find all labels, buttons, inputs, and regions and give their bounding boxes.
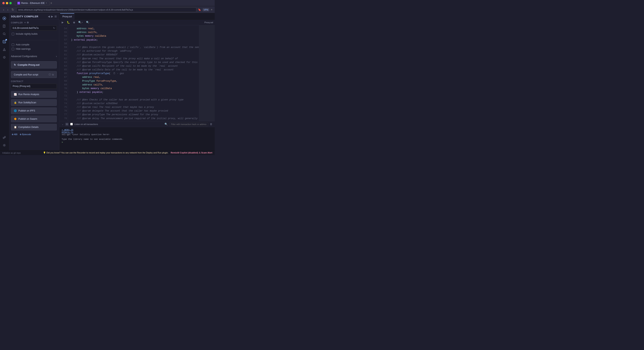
terminal-prompt: > xyxy=(62,141,63,143)
compilation-details-icon: 📋 xyxy=(14,126,17,128)
zoom-in-icon[interactable]: 🔍+ xyxy=(78,20,84,24)
nav-icons: 🔖 VPN ≡ xyxy=(198,8,212,11)
refresh-btn[interactable]: ↻ xyxy=(11,7,15,12)
code-line-65: /// @param callData Data of the call to … xyxy=(71,68,196,72)
contract-select[interactable]: Proxy (Proxy.sol) xyxy=(11,84,57,89)
activity-home[interactable] xyxy=(1,15,8,22)
compile-run-btn[interactable]: Compile and Run script ⓘ ⧉ xyxy=(11,71,57,78)
svg-point-6 xyxy=(3,33,5,35)
compiler-add-icon[interactable]: + xyxy=(24,21,26,24)
activity-deploy[interactable] xyxy=(1,46,8,53)
search-terminal-icon[interactable]: 🔍 xyxy=(164,123,168,126)
terminal-line-web3js[interactable]: • WEB3.JS xyxy=(62,129,212,131)
terminal-line-ethersjs[interactable]: ethers.js xyxy=(62,131,212,133)
compiler-section: COMPILER + ⚙ 0.8.26+commit.8a97fa7a ↻ In… xyxy=(8,20,59,38)
tab-label: Remix - Ethereum IDE xyxy=(21,2,45,4)
advanced-config-label: Advanced Configurations xyxy=(11,55,37,58)
compile-btn-wrapper: ↻ Compile Proxy.sol 1 ◀ 2 xyxy=(8,60,59,70)
compile-run-wrapper: Compile and Run script ⓘ ⧉ xyxy=(8,70,59,79)
compilation-details-btn[interactable]: 📋 Compilation Details xyxy=(11,124,57,130)
abi-link[interactable]: ⊕ ABI xyxy=(12,133,17,136)
auto-compile-checkbox[interactable] xyxy=(12,43,14,46)
code-line-74: /// @custom:selector e26d38ed xyxy=(71,102,196,105)
editor-tab-proxy[interactable]: Proxy.sol xyxy=(60,13,74,19)
run-remix-analysis-icon: 📈 xyxy=(14,93,17,96)
compile-btn[interactable]: ↻ Compile Proxy.sol xyxy=(11,61,57,68)
auto-compile-row: Auto compile xyxy=(11,43,57,46)
run-remix-analysis-label: Run Remix Analysis xyxy=(18,93,39,96)
status-bar: Initialize as git repo 💡 Did you know? Y… xyxy=(0,150,215,155)
code-line-73: /// @dev Checks if the caller has an acc… xyxy=(71,98,196,102)
auto-compile-label[interactable]: Auto compile xyxy=(16,43,29,46)
code-content[interactable]: address real, address callTo, bytes memo… xyxy=(68,25,199,121)
vpn-badge[interactable]: VPN xyxy=(202,8,210,11)
zoom-out-icon[interactable]: 🔍- xyxy=(85,20,91,24)
code-line-63: /// @param forceProxyType Specify the ex… xyxy=(71,61,196,64)
new-tab-btn[interactable]: + xyxy=(50,1,52,5)
clear-terminal-icon[interactable]: 🗑 xyxy=(210,123,212,126)
maximize-traffic-light[interactable] xyxy=(9,2,12,4)
advanced-config-row[interactable]: Advanced Configurations › xyxy=(8,53,59,59)
version-sync-icon[interactable]: ↻ xyxy=(53,27,55,29)
contract-section: CONTRACT Proxy (Proxy.sol) xyxy=(8,79,59,89)
terminal-line-info: Type the library name to see available c… xyxy=(62,138,212,140)
divider-1 xyxy=(11,40,57,40)
compiler-badge xyxy=(6,39,7,40)
back-btn[interactable]: ‹ xyxy=(2,7,5,12)
compile-btn-icon: ↻ xyxy=(14,63,16,66)
svg-point-18 xyxy=(4,145,5,146)
menu-icon[interactable]: ≡ xyxy=(211,8,212,11)
code-line-66: function proxyForceType( 🗒 - gas xyxy=(71,72,196,75)
tab-close-btn[interactable]: × xyxy=(46,2,47,4)
run-remix-analysis-btn[interactable]: 📈 Run Remix Analysis xyxy=(11,91,57,98)
code-line-68: ProxyType forceProxyType, xyxy=(71,79,196,83)
compile-options-section: Auto compile Hide warnings xyxy=(8,42,59,53)
activity-settings[interactable] xyxy=(1,142,8,149)
listen-all-transactions-label[interactable]: Listen on all transactions xyxy=(74,123,98,125)
hide-warnings-label[interactable]: Hide warnings xyxy=(16,47,31,50)
browser-tab[interactable]: R Remix - Ethereum IDE × xyxy=(15,1,50,5)
compile-run-copy-icon[interactable]: ⧉ xyxy=(52,73,54,76)
activity-compiler[interactable] xyxy=(1,38,8,45)
ethersjs-link[interactable]: ethers.js xyxy=(62,131,73,133)
code-line-54: address real, xyxy=(71,27,196,31)
run-solidityscan-btn[interactable]: 🔒 Run SolidityScan xyxy=(11,99,57,106)
svg-rect-15 xyxy=(3,137,4,139)
hide-warnings-checkbox[interactable] xyxy=(12,48,14,50)
tx-filter-input[interactable] xyxy=(169,122,208,126)
bytecode-link[interactable]: ⊕ Bytecode xyxy=(20,133,31,136)
analyze-icon[interactable]: ◉ xyxy=(72,20,76,24)
sidebar-popout-icon[interactable]: ⊞ xyxy=(54,15,57,18)
include-nightly-checkbox[interactable] xyxy=(12,33,14,35)
url-bar[interactable]: remix.ethereum.org/#lang=en&optimize=fal… xyxy=(16,7,196,12)
listen-all-transactions-checkbox[interactable] xyxy=(70,123,73,125)
publish-ipfs-label: Publish on IPFS xyxy=(18,109,35,112)
minimap[interactable] xyxy=(199,25,215,121)
bookmark-icon[interactable]: 🔖 xyxy=(198,8,201,11)
compile-run-info-icon[interactable]: ⓘ xyxy=(48,73,51,76)
version-selector[interactable]: 0.8.26+commit.8a97fa7a ↻ xyxy=(11,25,57,31)
compiler-settings-icon[interactable]: ⚙ xyxy=(27,21,29,24)
activity-debug[interactable] xyxy=(1,54,8,61)
web3js-link[interactable]: • WEB3.JS xyxy=(62,129,73,131)
activity-plugins[interactable] xyxy=(1,134,8,141)
publish-ipfs-btn[interactable]: 🌐 Publish on IPFS xyxy=(11,107,57,114)
status-right: RemixAI Copilot (disabled) ⚠ Scam Alert xyxy=(171,151,212,154)
activity-files[interactable] xyxy=(1,23,8,30)
run-icon[interactable]: ▶ xyxy=(61,20,64,24)
forward-btn[interactable]: › xyxy=(6,7,9,12)
publish-swarm-btn[interactable]: 🔶 Publish on Swarm xyxy=(11,116,57,122)
activity-search[interactable] xyxy=(1,30,8,37)
advanced-config-expand-icon[interactable]: › xyxy=(56,55,57,58)
sidebar-expand-icon[interactable]: ▶ xyxy=(51,15,53,18)
editor-tab-label: Proxy.sol xyxy=(62,15,72,18)
sidebar-collapse-icon[interactable]: ◀ xyxy=(48,15,50,18)
scroll-down-icon[interactable]: ⌄ xyxy=(62,123,64,126)
status-left[interactable]: Initialize as git repo xyxy=(2,152,41,154)
include-nightly-label[interactable]: Include nightly builds xyxy=(16,32,38,35)
code-editor[interactable]: 5455565758 5960616263 6465666768 6970717… xyxy=(59,25,215,121)
debug-toolbar-icon[interactable]: 🐛 xyxy=(66,20,71,24)
contract-label: CONTRACT xyxy=(11,80,57,82)
close-traffic-light[interactable] xyxy=(2,2,5,4)
minimize-traffic-light[interactable] xyxy=(6,2,8,4)
